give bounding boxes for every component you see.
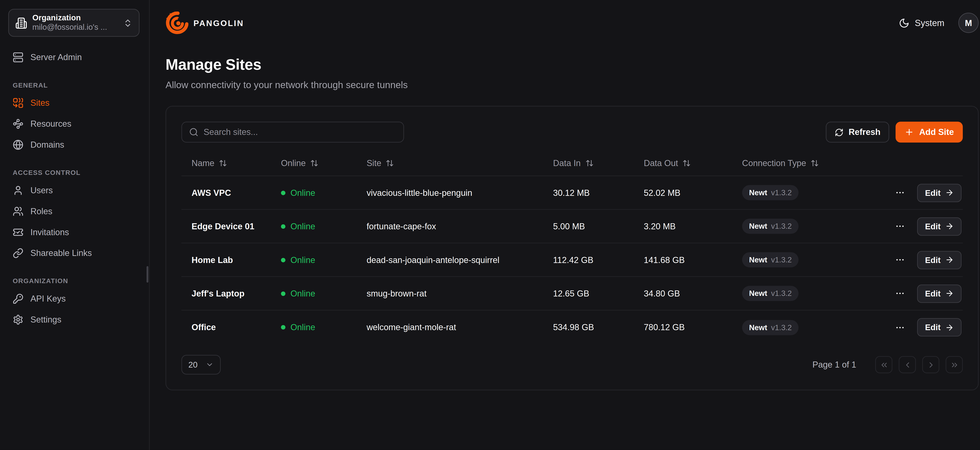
arrow-right-icon: [945, 222, 954, 231]
column-header-online[interactable]: Online: [271, 150, 356, 176]
edit-label: Edit: [925, 323, 940, 332]
online-label: Online: [291, 188, 315, 197]
chevron-left-icon: [903, 360, 912, 369]
edit-button[interactable]: Edit: [918, 217, 962, 235]
site-name-cell: Home Lab: [181, 255, 270, 265]
row-actions-cell: Edit: [878, 284, 963, 303]
row-menu-button[interactable]: [892, 219, 908, 234]
ellipsis-icon: [895, 255, 905, 265]
org-selector[interactable]: Organization milo@fossorial.io's ...: [8, 9, 140, 36]
row-actions-cell: Edit: [878, 184, 963, 202]
search-input[interactable]: [204, 127, 396, 137]
add-site-button[interactable]: Add Site: [896, 122, 963, 143]
next-page-button[interactable]: [922, 356, 939, 373]
edit-button[interactable]: Edit: [918, 284, 962, 303]
sidebar-item-users[interactable]: Users: [8, 180, 141, 201]
last-page-button[interactable]: [946, 356, 963, 373]
connection-type-name: Newt: [749, 323, 767, 332]
column-header-name[interactable]: Name: [181, 150, 270, 176]
sites-table: Name Online Site: [181, 150, 963, 344]
sidebar-item-label: Resources: [30, 119, 72, 129]
sidebar-item-sites[interactable]: Sites: [8, 92, 141, 113]
sort-icon: [811, 159, 819, 167]
column-header-actions: [878, 150, 963, 176]
sort-icon: [310, 159, 318, 167]
sidebar-item-api-keys[interactable]: API Keys: [8, 288, 141, 309]
table-row: AWS VPC Online vivacious-little-blue-pen…: [181, 176, 963, 210]
add-site-label: Add Site: [919, 127, 954, 137]
table-row: Home Lab Online dead-san-joaquin-antelop…: [181, 243, 963, 277]
column-header-site[interactable]: Site: [356, 150, 543, 176]
edit-label: Edit: [925, 188, 940, 197]
globe-icon: [13, 139, 24, 150]
online-dot-icon: [281, 224, 286, 228]
table-row: Jeff's Laptop Online smug-brown-rat 12.6…: [181, 277, 963, 311]
first-page-button[interactable]: [875, 356, 892, 373]
edit-label: Edit: [925, 288, 940, 298]
site-tunnel-cell: vivacious-little-blue-penguin: [356, 188, 543, 197]
row-menu-button[interactable]: [892, 185, 908, 200]
sidebar-item-settings[interactable]: Settings: [8, 309, 141, 330]
sidebar-item-resources[interactable]: Resources: [8, 113, 141, 134]
ellipsis-icon: [895, 322, 905, 332]
user-icon: [13, 185, 24, 196]
sidebar-item-server-admin[interactable]: Server Admin: [8, 47, 141, 68]
avatar[interactable]: M: [958, 13, 979, 33]
row-menu-button[interactable]: [892, 252, 908, 268]
row-actions-cell: Edit: [878, 318, 963, 336]
theme-toggle[interactable]: System: [899, 17, 944, 28]
online-status-cell: Online: [271, 255, 356, 265]
edit-button[interactable]: Edit: [918, 318, 962, 336]
connection-type-name: Newt: [749, 289, 767, 298]
connection-type-cell: Newt v1.3.2: [732, 320, 878, 335]
sidebar-item-label: Settings: [30, 315, 61, 325]
section-label-general: GENERAL: [13, 81, 141, 89]
sidebar-item-roles[interactable]: Roles: [8, 201, 141, 222]
page-size-select[interactable]: 20: [181, 355, 221, 374]
column-header-data-in[interactable]: Data In: [543, 150, 634, 176]
row-menu-button[interactable]: [892, 286, 908, 301]
pangolin-logo-icon: [165, 11, 188, 34]
arrow-right-icon: [945, 289, 954, 298]
sidebar-item-shareable-links[interactable]: Shareable Links: [8, 242, 141, 264]
users-icon: [13, 206, 24, 217]
edit-button[interactable]: Edit: [918, 184, 962, 202]
refresh-label: Refresh: [849, 127, 881, 137]
sidebar-item-invitations[interactable]: Invitations: [8, 222, 141, 243]
column-header-connection-type[interactable]: Connection Type: [732, 150, 878, 176]
sidebar-item-label: Users: [30, 185, 53, 195]
top-bar: PANGOLIN System M: [165, 0, 979, 46]
site-name-cell: AWS VPC: [181, 188, 270, 197]
chevron-right-icon: [926, 360, 935, 369]
card-footer: 20 Page 1 of 1: [181, 355, 963, 374]
refresh-button[interactable]: Refresh: [826, 122, 889, 143]
arrow-right-icon: [945, 323, 954, 332]
connection-type-badge: Newt v1.3.2: [742, 185, 799, 200]
edit-label: Edit: [925, 222, 940, 231]
chevron-down-icon: [205, 361, 214, 369]
row-menu-button[interactable]: [892, 320, 908, 335]
table-row: Edge Device 01 Online fortunate-cape-fox…: [181, 210, 963, 243]
connection-type-badge: Newt v1.3.2: [742, 252, 799, 268]
connection-type-name: Newt: [749, 222, 767, 231]
sidebar-item-label: Domains: [30, 140, 64, 150]
column-label: Name: [191, 158, 215, 168]
online-dot-icon: [281, 190, 286, 195]
theme-label: System: [915, 18, 944, 28]
sidebar-scrollbar[interactable]: [146, 266, 149, 282]
column-header-data-out[interactable]: Data Out: [634, 150, 732, 176]
edit-button[interactable]: Edit: [918, 250, 962, 269]
prev-page-button[interactable]: [899, 356, 916, 373]
org-selector-title: Organization: [32, 13, 118, 23]
key-icon: [13, 293, 24, 304]
brand-name: PANGOLIN: [194, 18, 244, 28]
sidebar-item-label: Invitations: [30, 228, 69, 237]
site-tunnel-cell: smug-brown-rat: [356, 288, 543, 298]
sidebar-item-domains[interactable]: Domains: [8, 134, 141, 155]
connection-type-version: v1.3.2: [771, 289, 792, 298]
app-root: Organization milo@fossorial.io's ... Ser…: [0, 0, 980, 450]
online-dot-icon: [281, 291, 286, 296]
gear-icon: [13, 314, 24, 325]
server-icon: [13, 52, 24, 63]
ellipsis-icon: [895, 221, 905, 231]
